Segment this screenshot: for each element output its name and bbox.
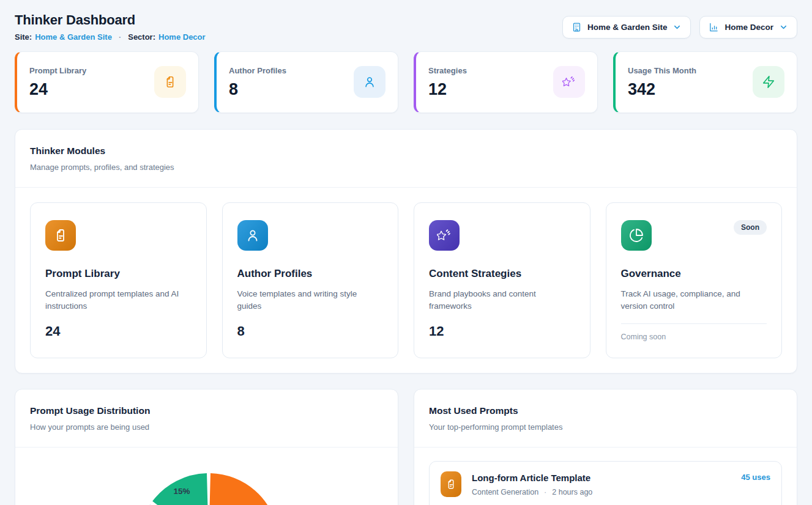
title-block: Thinker Dashboard Site: Home & Garden Si… <box>15 12 206 42</box>
module-count: 24 <box>45 323 192 339</box>
file-text-icon <box>45 220 76 251</box>
chevron-down-icon <box>672 23 682 32</box>
site-label: Site: <box>15 32 32 42</box>
stat-label: Prompt Library <box>29 65 86 76</box>
prompts-list: Long-form Article Template Content Gener… <box>414 448 797 505</box>
chart-area: 15% <box>15 448 398 505</box>
stat-label: Author Profiles <box>229 65 286 76</box>
section-subtitle: Manage prompts, profiles, and strategies <box>30 162 782 172</box>
stat-label: Strategies <box>428 65 467 76</box>
sector-selector-dropdown[interactable]: Home Decor <box>699 16 797 39</box>
stat-card-usage: Usage This Month 342 <box>613 51 797 113</box>
module-description: Track AI usage, compliance, and version … <box>621 288 767 312</box>
stat-value: 342 <box>628 79 696 99</box>
stat-value: 12 <box>428 79 467 99</box>
thinker-modules-section: Thinker Modules Manage prompts, profiles… <box>15 129 797 374</box>
prompt-title: Long-form Article Template <box>472 472 731 484</box>
module-description: Centralized prompt templates and AI inst… <box>45 288 192 312</box>
topbar-actions: Home & Garden Site Home Decor <box>562 16 797 39</box>
module-card-governance[interactable]: Soon Governance Track AI usage, complian… <box>606 202 783 358</box>
topbar: Thinker Dashboard Site: Home & Garden Si… <box>15 12 797 42</box>
meta-separator: · <box>544 488 546 496</box>
module-title: Prompt Library <box>45 267 192 280</box>
section-header: Thinker Modules Manage prompts, profiles… <box>15 130 797 188</box>
module-description: Voice templates and writing style guides <box>237 288 384 312</box>
most-used-prompts-card: Most Used Prompts Your top-performing pr… <box>414 389 797 505</box>
site-link[interactable]: Home & Garden Site <box>35 32 112 42</box>
prompts-subtitle: Your top-performing prompt templates <box>429 422 782 432</box>
module-description: Brand playbooks and content frameworks <box>429 288 575 312</box>
dashboard-page: Thinker Dashboard Site: Home & Garden Si… <box>0 0 812 505</box>
breadcrumb-separator: · <box>119 32 121 42</box>
divider <box>621 323 767 324</box>
page-title: Thinker Dashboard <box>15 12 206 28</box>
module-card-content-strategies[interactable]: Content Strategies Brand playbooks and c… <box>414 202 590 358</box>
sector-link[interactable]: Home Decor <box>158 32 206 42</box>
building-icon <box>572 22 582 32</box>
usage-donut-chart: 15% <box>135 470 282 505</box>
sector-selector-label: Home Decor <box>724 23 773 32</box>
site-selector-dropdown[interactable]: Home & Garden Site <box>562 16 691 39</box>
star-sparkle-icon <box>429 220 460 251</box>
breadcrumb: Site: Home & Garden Site · Sector: Home … <box>15 32 206 42</box>
zap-icon <box>753 66 784 98</box>
prompt-meta: Content Generation · 2 hours ago <box>472 488 731 496</box>
prompt-time: 2 hours ago <box>552 488 592 496</box>
bar-chart-icon <box>709 22 719 32</box>
module-title: Author Profiles <box>237 267 384 280</box>
file-text-icon <box>154 66 186 98</box>
modules-grid: Prompt Library Centralized prompt templa… <box>15 188 797 373</box>
stat-value: 24 <box>29 79 86 99</box>
list-item-prompt[interactable]: Long-form Article Template Content Gener… <box>429 461 782 505</box>
site-selector-label: Home & Garden Site <box>587 23 668 32</box>
sector-label: Sector: <box>128 32 155 42</box>
usage-count-badge: 45 uses <box>741 473 770 482</box>
stats-row: Prompt Library 24 Author Profiles 8 Stra… <box>15 51 797 113</box>
star-sparkle-icon <box>553 66 585 98</box>
module-title: Content Strategies <box>429 267 575 280</box>
stat-card-strategies: Strategies 12 <box>414 51 598 113</box>
module-card-prompt-library[interactable]: Prompt Library Centralized prompt templa… <box>30 202 207 358</box>
chart-title: Prompt Usage Distribution <box>30 405 383 416</box>
file-text-icon <box>441 471 461 497</box>
user-icon <box>237 220 268 251</box>
coming-soon-label: Coming soon <box>621 333 767 341</box>
prompt-category: Content Generation <box>472 488 538 496</box>
module-card-author-profiles[interactable]: Author Profiles Voice templates and writ… <box>222 202 399 358</box>
module-count: 8 <box>237 323 384 339</box>
status-badge: Soon <box>734 220 767 235</box>
module-title: Governance <box>621 267 767 280</box>
stat-value: 8 <box>229 79 286 99</box>
pie-chart-icon <box>621 220 652 251</box>
stat-card-prompt-library: Prompt Library 24 <box>15 51 199 113</box>
stat-card-author-profiles: Author Profiles 8 <box>214 51 398 113</box>
user-icon <box>354 66 386 98</box>
chart-card-header: Prompt Usage Distribution How your promp… <box>15 389 398 448</box>
usage-distribution-card: Prompt Usage Distribution How your promp… <box>15 389 398 505</box>
stat-label: Usage This Month <box>628 65 696 76</box>
chart-subtitle: How your prompts are being used <box>30 422 383 432</box>
prompts-title: Most Used Prompts <box>429 405 782 416</box>
prompts-card-header: Most Used Prompts Your top-performing pr… <box>414 389 797 448</box>
section-title: Thinker Modules <box>30 145 782 157</box>
donut-segment-orange-slice <box>209 473 279 505</box>
chevron-down-icon <box>779 23 788 32</box>
donut-segment-label: 15% <box>173 487 190 496</box>
bottom-row: Prompt Usage Distribution How your promp… <box>15 389 797 505</box>
module-count: 12 <box>429 323 575 339</box>
